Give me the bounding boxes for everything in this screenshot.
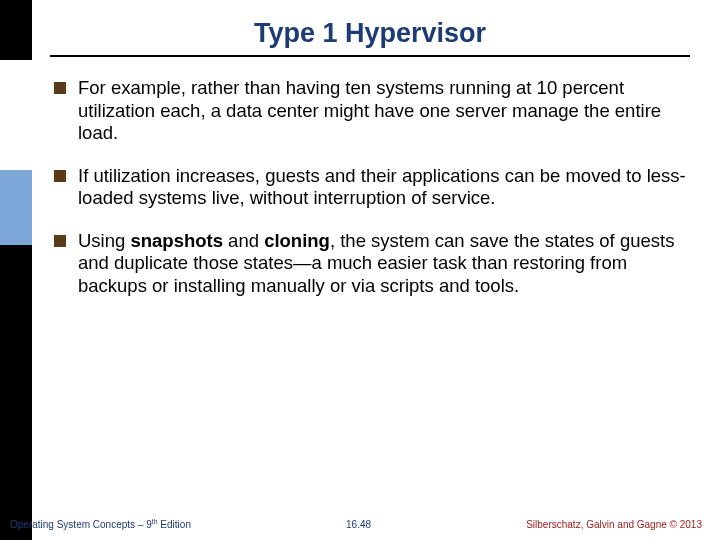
bold-term: cloning: [264, 230, 330, 251]
slide-content: Type 1 Hypervisor For example, rather th…: [32, 0, 720, 540]
sidebar-white: [0, 60, 32, 170]
sidebar-black-bottom: [0, 245, 32, 540]
bold-term: snapshots: [130, 230, 223, 251]
sidebar-blue: [0, 170, 32, 245]
bullet-item: If utilization increases, guests and the…: [54, 165, 690, 210]
bullet-item: For example, rather than having ten syst…: [54, 77, 690, 145]
bullet-text: If utilization increases, guests and the…: [78, 165, 686, 209]
bullet-text: and: [223, 230, 264, 251]
footer-right: Silberschatz, Galvin and Gagne © 2013: [526, 519, 702, 530]
title-rule: [50, 55, 690, 57]
sidebar-decoration: [0, 0, 32, 540]
bullet-list: For example, rather than having ten syst…: [50, 77, 690, 298]
footer-left-post: Edition: [158, 519, 191, 530]
bullet-text: For example, rather than having ten syst…: [78, 77, 661, 143]
slide-footer: Operating System Concepts – 9th Edition …: [0, 518, 720, 530]
footer-center: 16.48: [346, 519, 371, 530]
bullet-item: Using snapshots and cloning, the system …: [54, 230, 690, 298]
footer-left-pre: Operating System Concepts – 9: [10, 519, 152, 530]
slide-title: Type 1 Hypervisor: [50, 18, 690, 55]
bullet-text: Using: [78, 230, 130, 251]
sidebar-black-top: [0, 0, 32, 60]
footer-left: Operating System Concepts – 9th Edition: [10, 518, 191, 530]
